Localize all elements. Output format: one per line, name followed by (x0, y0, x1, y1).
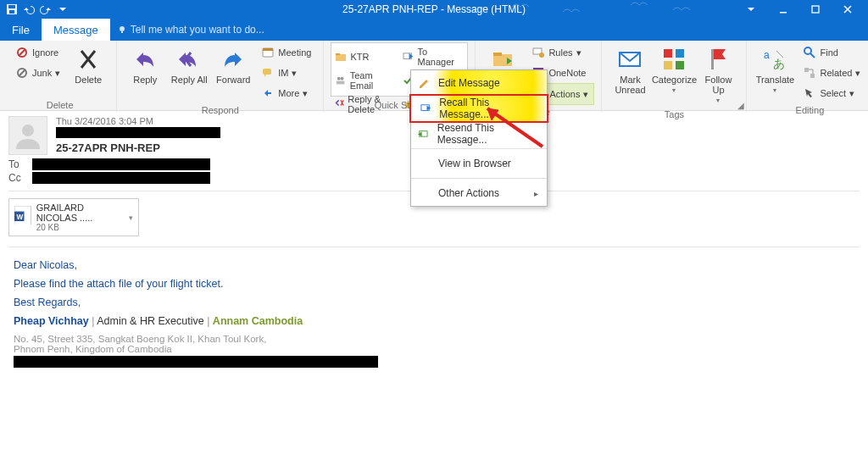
forward-icon (220, 46, 247, 73)
ignore-button[interactable]: Ignore (10, 42, 65, 63)
tab-message[interactable]: Message (42, 19, 110, 41)
svg-rect-1 (8, 5, 15, 8)
menu-other-actions[interactable]: Other Actions ▸ (411, 180, 547, 206)
actions-dropdown-menu: Edit Message Recall This Message... Rese… (410, 69, 548, 207)
word-doc-icon: W (14, 206, 31, 230)
forward-button[interactable]: Forward (212, 42, 254, 103)
body-line1: Please find the attach file of your flig… (14, 278, 854, 290)
junk-icon (15, 66, 29, 80)
signature-redacted (14, 356, 378, 368)
attachment-size: 20 KB (36, 223, 124, 232)
ribbon-group-tags: Mark Unread Categorize▾ Follow Up▾ Tags … (602, 41, 747, 112)
menu-edit-message[interactable]: Edit Message (411, 70, 547, 96)
save-icon[interactable] (5, 3, 19, 16)
follow-up-button[interactable]: Follow Up▾ (697, 42, 739, 108)
svg-rect-2 (9, 10, 14, 14)
to-label: To (8, 158, 27, 170)
ribbon-group-respond: Reply Reply All Forward Meeting IM▾ (117, 41, 324, 112)
svg-point-18 (341, 77, 344, 80)
decorative-birds (461, 0, 715, 19)
title-bar: 25-27APR PNH-REP - Message (HTML) (0, 0, 868, 19)
find-button[interactable]: Find (798, 42, 865, 63)
quickstep-ktr[interactable]: KTR (331, 45, 399, 69)
maximize-button[interactable] (800, 0, 831, 19)
close-button[interactable] (832, 0, 863, 19)
quickstep-teamemail[interactable]: Team Email (331, 69, 399, 92)
body-greeting: Dear Nicolas, (14, 259, 854, 271)
signature-address2: Phnom Penh, Kingdom of Cambodia (14, 344, 854, 354)
minimize-button[interactable] (768, 0, 798, 19)
categorize-button[interactable]: Categorize▾ (653, 42, 695, 108)
meeting-icon (261, 46, 275, 59)
ribbon-group-delete: Ignore Junk▾ Delete Delete (3, 41, 117, 112)
ribbon-tabs: File Message Tell me what you want to do… (0, 19, 868, 41)
undo-icon[interactable] (22, 3, 36, 16)
svg-point-35 (804, 47, 811, 54)
svg-rect-29 (676, 49, 684, 58)
svg-rect-13 (263, 69, 271, 75)
flag-icon (704, 46, 732, 73)
mark-unread-button[interactable]: Mark Unread (609, 42, 651, 108)
attachment-dropdown-icon[interactable]: ▾ (129, 213, 133, 222)
reply-all-button[interactable]: Reply All (168, 42, 210, 103)
meeting-button[interactable]: Meeting (256, 42, 316, 63)
menu-recall-message[interactable]: Recall This Message... (413, 96, 545, 121)
related-icon (803, 66, 816, 80)
svg-point-5 (120, 26, 125, 31)
svg-rect-12 (263, 48, 273, 51)
select-button[interactable]: Select▾ (798, 83, 865, 103)
sender-avatar (8, 116, 47, 155)
svg-rect-19 (337, 81, 345, 85)
delete-button[interactable]: Delete (67, 42, 109, 98)
attachment-item[interactable]: W GRAILARD NICOLAS ..... 20 KB ▾ (8, 198, 139, 236)
categorize-icon (660, 46, 687, 73)
svg-text:W: W (16, 213, 23, 220)
ribbon-toggle-button[interactable] (736, 0, 766, 19)
reply-all-icon (175, 46, 203, 73)
ignore-icon (15, 46, 29, 59)
junk-button[interactable]: Junk▾ (10, 63, 65, 83)
message-date: Thu 3/24/2016 3:04 PM (56, 116, 220, 126)
svg-rect-6 (121, 31, 123, 33)
submenu-arrow-icon: ▸ (534, 189, 538, 198)
svg-rect-3 (780, 12, 787, 14)
tab-file[interactable]: File (0, 19, 42, 41)
attachment-name: GRAILARD NICOLAS ..... (36, 202, 124, 223)
respond-more-button[interactable]: More▾ (256, 83, 316, 103)
svg-point-45 (22, 125, 34, 136)
signature-address1: No. 45, Street 335, Sangkat Boeng Kok II… (14, 334, 854, 344)
bulb-icon (117, 25, 127, 35)
svg-rect-37 (804, 68, 809, 72)
svg-rect-28 (664, 49, 672, 58)
body-regards: Best Regards, (14, 297, 854, 308)
menu-view-browser[interactable]: View in Browser (411, 151, 547, 176)
svg-rect-32 (711, 49, 714, 69)
ribbon-group-editing: aあ Translate▾ Find Related▾ Select▾ Edit… (747, 41, 868, 112)
tags-launcher-icon[interactable]: ◢ (737, 101, 744, 110)
svg-rect-30 (664, 61, 672, 69)
translate-icon: aあ (761, 46, 788, 73)
svg-rect-4 (812, 6, 819, 13)
attachment-divider (8, 247, 860, 247)
cc-value-redacted (32, 172, 210, 184)
im-icon (261, 66, 275, 80)
translate-button[interactable]: aあ Translate▾ (754, 42, 796, 103)
redo-icon[interactable] (39, 3, 53, 16)
find-icon (803, 46, 816, 59)
edit-icon (418, 76, 431, 90)
menu-resend-message[interactable]: Resend This Message... (411, 121, 547, 147)
mark-unread-icon (616, 46, 643, 73)
rules-icon (531, 46, 545, 59)
im-button[interactable]: IM▾ (256, 63, 316, 83)
resend-icon (418, 127, 431, 141)
related-button[interactable]: Related▾ (798, 63, 865, 83)
rules-button[interactable]: Rules▾ (526, 42, 594, 63)
signature-line: Pheap Vichhay | Admin & HR Executive | A… (14, 315, 854, 327)
reply-button[interactable]: Reply (124, 42, 166, 103)
quickstep-tomanager[interactable]: To Manager (399, 45, 467, 69)
more-icon (261, 86, 275, 100)
tellme-box[interactable]: Tell me what you want to do... (110, 19, 271, 41)
cc-label: Cc (8, 172, 27, 184)
qa-dropdown-icon[interactable] (56, 3, 70, 16)
message-sender (56, 127, 220, 141)
